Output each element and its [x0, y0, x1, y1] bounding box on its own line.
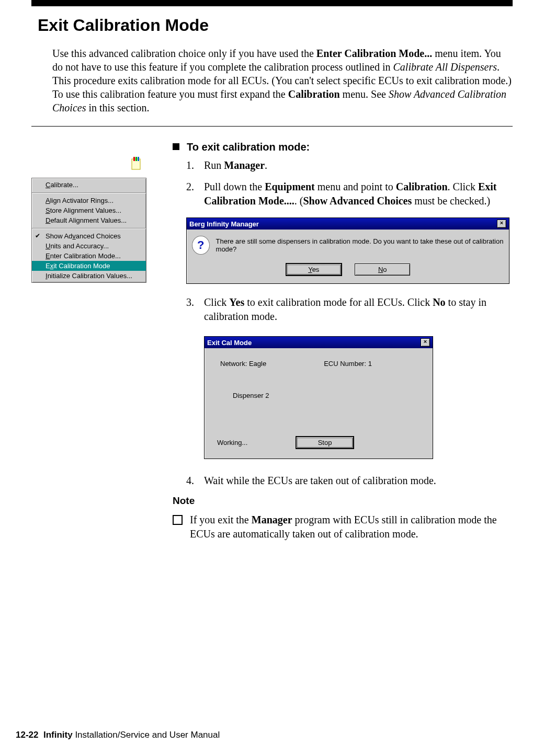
menu-item-align-activator-rings[interactable]: Align Activator Rings... — [32, 196, 146, 205]
dialog-title: Exit Cal Mode — [207, 339, 252, 347]
dialog-title: Berg Infinity Manager — [189, 220, 259, 228]
step-1: 1. Run Manager. — [186, 158, 513, 173]
svg-rect-3 — [138, 157, 139, 161]
step-number: 4. — [186, 474, 197, 488]
intro-paragraph: Use this advanced calibration choice onl… — [52, 47, 513, 114]
note-heading: Note — [173, 495, 513, 507]
step-2: 2. Pull down the Equipment menu and poin… — [186, 180, 513, 208]
intro-text: menu. See — [340, 88, 389, 100]
stop-button[interactable]: Stop — [296, 436, 354, 449]
dialog-titlebar: Exit Cal Mode × — [205, 337, 433, 348]
procedure-heading: To exit calibration mode: — [173, 141, 513, 153]
intro-bold: Enter Calibration Mode... — [316, 48, 432, 59]
menu-item-default-alignment-values[interactable]: Default Alignment Values... — [32, 215, 146, 225]
dispenser-label: Dispenser 2 — [233, 392, 423, 399]
intro-italic: Calibrate All Dispensers — [393, 61, 497, 73]
confirm-dialog: Berg Infinity Manager × ? There are stil… — [186, 217, 509, 284]
close-button[interactable]: × — [497, 220, 506, 228]
divider — [31, 126, 513, 127]
header-bar — [31, 0, 513, 6]
step-3: 3. Click Yes to exit calibration mode fo… — [186, 295, 513, 324]
dialog-titlebar: Berg Infinity Manager × — [187, 218, 509, 230]
intro-bold: Calibration — [288, 88, 340, 100]
step-number: 2. — [186, 180, 197, 194]
note-item: If you exit the Manager program with ECU… — [173, 513, 513, 541]
working-label: Working... — [217, 439, 259, 446]
no-button[interactable]: No — [355, 264, 410, 276]
network-label: Network: Eagle — [220, 360, 266, 368]
menu-item-store-alignment-values[interactable]: Store Alignment Values... — [32, 205, 146, 215]
checkbox-bullet-icon — [173, 515, 183, 525]
menu-item-show-advanced-choices[interactable]: ✔Show Advanced Choices — [32, 231, 146, 241]
check-icon: ✔ — [35, 232, 40, 239]
question-icon: ? — [192, 236, 210, 255]
menu-item-exit-calibration-mode[interactable]: Exit Calibration Mode — [32, 261, 146, 271]
procedure-heading-text: To exit calibration mode: — [187, 141, 310, 153]
svg-rect-2 — [135, 157, 137, 161]
intro-text: in this section. — [86, 102, 149, 113]
step-4: 4. Wait while the ECUs are taken out of … — [186, 474, 513, 488]
menu-item-initialize-calibration-values[interactable]: Initialize Calibration Values... — [32, 271, 146, 281]
step-number: 1. — [186, 158, 197, 173]
close-button[interactable]: × — [421, 338, 430, 347]
dialog-message: There are still some dispensers in calib… — [216, 237, 504, 253]
ecu-number-label: ECU Number: 1 — [324, 360, 372, 368]
yes-button[interactable]: Yes — [286, 263, 342, 276]
menu-item-units-and-accuracy[interactable]: Units and Accuracy... — [32, 241, 146, 251]
page-footer: 12-22 Infinity Installation/Service and … — [16, 730, 220, 740]
square-bullet-icon — [173, 143, 179, 150]
menu-item-calibrate[interactable]: Calibrate... — [32, 180, 146, 190]
page-title: Exit Calibration Mode — [38, 16, 513, 35]
menu-item-enter-calibration-mode[interactable]: Enter Calibration Mode... — [32, 251, 146, 261]
note-icon — [131, 157, 142, 170]
calibration-menu: Calibrate... Align Activator Rings... St… — [31, 178, 146, 283]
step-number: 3. — [186, 295, 197, 310]
right-column: To exit calibration mode: 1. Run Manager… — [173, 141, 513, 541]
svg-rect-1 — [133, 157, 135, 161]
intro-text: Use this advanced calibration choice onl… — [52, 48, 316, 59]
left-column: Calibrate... Align Activator Rings... St… — [31, 141, 173, 283]
exit-cal-mode-dialog: Exit Cal Mode × Network: Eagle ECU Numbe… — [204, 336, 433, 459]
